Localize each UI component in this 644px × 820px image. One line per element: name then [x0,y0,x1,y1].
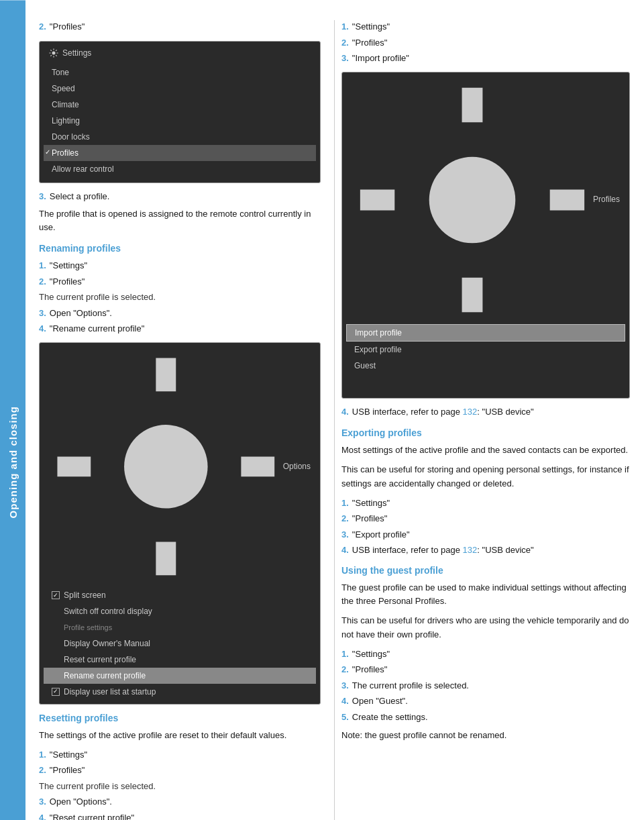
options-screen: Options ✓ Split screen Switch off contro… [39,342,321,705]
step3: 3. Select a profile. [39,190,321,204]
opt-split-screen: ✓ Split screen [44,587,316,603]
renaming-profiles-title: Renaming profiles [39,243,321,254]
import-top-step-2: 2. "Profiles" [341,36,630,50]
renaming-step-2-note: The current profile is selected. [39,291,321,304]
settings-list: Tone Speed Climate Lighting Door locks P… [44,63,316,178]
page-wrapper: Opening and closing 2. "Profiles" Settin… [0,0,644,820]
exporting-step-2: 2. "Profiles" [341,512,630,525]
opt-profile-settings: Profile settings [44,619,316,635]
resetting-step-2-note: The current profile is selected. [39,780,321,793]
svg-point-1 [124,425,208,509]
import-top-step-1: 1. "Settings" [341,20,630,34]
side-tab-label: Opening and closing [7,406,19,518]
left-column: 2. "Profiles" Settings Tone Speed Climat… [25,13,334,820]
renaming-step-1: 1. "Settings" [39,259,321,272]
opt-rename-profile: Rename current profile [44,668,316,684]
exporting-desc2: This can be useful for storing and openi… [341,463,630,491]
guest-note: Note: the guest profile cannot be rename… [341,729,630,743]
opt-display-manual: Display Owner's Manual [44,635,316,652]
intro-step-text: "Profiles" [50,20,85,34]
resetting-desc: The settings of the active profile are r… [39,729,321,743]
exporting-step-3: 3. "Export profile" [341,528,630,542]
profiles-title-bar: Profiles [346,76,625,323]
import-step-4: 4. USB interface, refer to page 132: "US… [341,405,630,419]
main-content: 2. "Profiles" Settings Tone Speed Climat… [25,0,644,820]
resetting-step-3: 3. Open "Options". [39,795,321,809]
options-title: Options [283,462,311,471]
guest-step-3: 3. The current profile is selected. [341,679,630,693]
exporting-profiles-title: Exporting profiles [341,427,630,438]
intro-step-num: 2. [39,20,46,34]
options-title-bar: Options [44,347,316,586]
settings-item-profiles: Profiles [44,145,316,161]
settings-title: Settings [62,48,91,58]
settings-screen: Settings Tone Speed Climate Lighting Doo… [39,41,321,183]
exporting-desc1: Most settings of the active profile and … [341,444,630,458]
guest-step-1: 1. "Settings" [341,648,630,661]
opt-switch-off: Switch off control display [44,603,316,619]
gear-icon-opts [49,350,283,584]
resetting-step-4: 4. "Reset current profile" [39,811,321,820]
settings-item-allow: Allow rear control [44,161,316,177]
renaming-step-4: 4. "Rename current profile" [39,322,321,336]
settings-title-bar: Settings [44,46,316,60]
guest-desc1: The guest profile can be used to make in… [341,581,630,609]
import-top-steps: 1. "Settings" 2. "Profiles" 3. "Import p… [341,20,630,65]
gear-icon-profiles [352,79,593,321]
settings-item-speed: Speed [44,81,316,97]
guest-step-4: 4. Open "Guest". [341,695,630,708]
resetting-steps: 1. "Settings" 2. "Profiles" The current … [39,748,321,820]
resetting-profiles-title: Resetting profiles [39,713,321,723]
renaming-steps: 1. "Settings" 2. "Profiles" The current … [39,259,321,336]
guest-step-2: 2. "Profiles" [341,663,630,676]
svg-point-0 [52,51,56,54]
guest-steps: 1. "Settings" 2. "Profiles" 3. The curre… [341,648,630,724]
usb-link-export[interactable]: 132 [463,545,478,555]
profiles-screen-title: Profiles [593,195,620,204]
svg-point-2 [429,156,516,243]
prof-item-guest: Guest [346,358,625,374]
settings-item-climate: Climate [44,97,316,113]
right-column: 1. "Settings" 2. "Profiles" 3. "Import p… [335,13,643,820]
guest-step-5: 5. Create the settings. [341,711,630,724]
usb-link-import[interactable]: 132 [463,407,478,417]
opt-reset-profile: Reset current profile [44,652,316,668]
import-top-step-3: 3. "Import profile" [341,52,630,65]
exporting-step-1: 1. "Settings" [341,497,630,510]
prof-item-import: Import profile [346,324,625,342]
profiles-screen: Profiles Import profile Export profile G… [341,72,630,399]
side-tab: Opening and closing [0,0,25,820]
settings-item-lighting: Lighting [44,113,316,129]
renaming-step-2: 2. "Profiles" [39,275,321,289]
guest-profile-title: Using the guest profile [341,565,630,576]
display-user-list-check: ✓ [52,688,60,696]
step3-desc: The profile that is opened is assigned t… [39,207,321,236]
settings-item-doorlocks: Door locks [44,129,316,145]
opt-display-user-list: ✓ Display user list at startup [44,684,316,700]
exporting-steps: 1. "Settings" 2. "Profiles" 3. "Export p… [341,497,630,557]
settings-item-tone: Tone [44,64,316,81]
gear-icon [49,48,58,58]
resetting-step-1: 1. "Settings" [39,748,321,762]
resetting-step-2: 2. "Profiles" [39,764,321,777]
intro-step: 2. "Profiles" [39,20,321,34]
exporting-step-4: 4. USB interface, refer to page 132: "US… [341,544,630,557]
guest-desc2: This can be useful for drivers who are u… [341,614,630,642]
step3-num: 3. [39,190,46,204]
renaming-step-3: 3. Open "Options". [39,307,321,320]
prof-item-export: Export profile [346,342,625,358]
step3-text: Select a profile. [50,190,110,204]
split-screen-check: ✓ [52,591,60,599]
